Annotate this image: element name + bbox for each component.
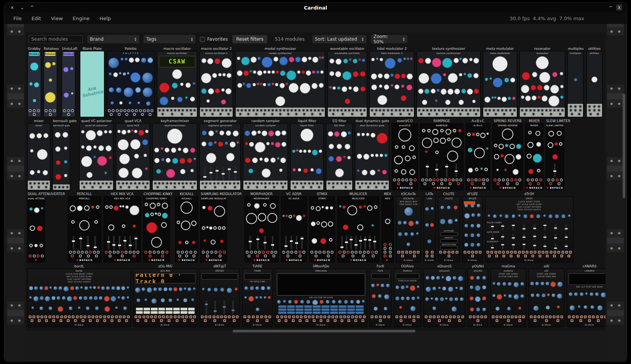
module-card[interactable]: random samplerrandom sampler [243, 119, 288, 190]
module-card[interactable]: tidal modulator 2tidal modulator 2 [370, 47, 414, 117]
knob-graphic [251, 130, 257, 136]
pin-icon[interactable]: ^ [609, 5, 612, 10]
module-card[interactable]: segment generatorsegment generator [200, 119, 240, 190]
module-card[interactable]: texture synthesizertexture synthesizer [417, 47, 480, 117]
knob-graphic [162, 213, 168, 219]
tags-dropdown[interactable]: Tags [144, 35, 195, 43]
vertical-scrollbar[interactable] [623, 94, 625, 198]
module-card[interactable]: SAMPLING MODULATORSAMPLING MODULATORBEFA… [201, 192, 241, 262]
panel-title: oAï [529, 269, 564, 273]
slider-graphic [264, 236, 266, 250]
module-card[interactable]: SLEW LIMITERSLEW LIMITERBEFACO [546, 119, 570, 190]
module-card[interactable]: bordLbordLCLOCK RUN RESET STEPSKEY SCALE… [28, 264, 131, 327]
module-card[interactable]: zOù MAïzOù MAïPattern 0 · Track 0bidoo [134, 264, 197, 327]
module-card[interactable]: CHOPPING KINKYCHOPPING KINKYBEFACO [144, 192, 173, 262]
module-card[interactable]: dIKT@TdIKT@Tbidoo [200, 264, 240, 327]
menu-item-view[interactable]: View [51, 16, 63, 21]
knob-graphic [218, 73, 222, 76]
menu-item-edit[interactable]: Edit [32, 16, 41, 21]
jack-graphic [409, 251, 412, 254]
module-card[interactable]: MORPHADERMORPHADERBEFACO [245, 192, 278, 262]
module-card[interactable]: resonatorresonator [520, 47, 565, 117]
module-card[interactable]: dTrOYdTrOYCLOCK RESET STEPSKEY SCALE GAT… [486, 192, 573, 262]
search-input[interactable] [29, 35, 83, 43]
module-card[interactable]: bernoulli gatebernoulli gate [53, 119, 77, 190]
module-card[interactable]: liquid filterliquid filter [291, 119, 323, 190]
jack-graphic [486, 251, 489, 254]
knob-graphic [93, 145, 97, 149]
module-card[interactable]: wavetable oscillatorwavetable oscillator [328, 47, 367, 117]
module-card[interactable]: meta modulatormeta modulator [483, 47, 517, 117]
knob-graphic [86, 130, 96, 140]
jack-graphic [557, 109, 560, 112]
module-card[interactable]: GrabbyGrabby [28, 47, 41, 117]
menu-item-file[interactable]: File [13, 16, 22, 21]
knob-graphic [262, 57, 273, 68]
chevron-up-icon[interactable]: ^ [30, 5, 34, 10]
panel-title: UnduLaR [63, 52, 74, 56]
menu-item-help[interactable]: Help [99, 16, 111, 21]
close-icon[interactable]: × [10, 5, 14, 10]
module-card[interactable]: DUAL ATTENUVERTERDUAL ATTENUVERTERBEFACO [28, 192, 65, 262]
module-card[interactable]: dual dynamics gatedual dynamics gate [355, 119, 389, 190]
module-card[interactable]: A+B+CA+B+CBEFACO [466, 119, 490, 190]
module-card[interactable]: mixermixer [28, 119, 50, 190]
module-card[interactable]: dFUZEdFUZEbidoo [463, 192, 482, 262]
module-card[interactable]: Blank PlateAria Salvatrice [80, 47, 104, 117]
module-card[interactable]: UnduLaRUnduLaR [62, 47, 78, 117]
brand-dropdown[interactable]: Brand [87, 35, 139, 43]
module-card[interactable]: quad VCAquad VCA [116, 119, 150, 190]
module-card[interactable]: quad VC-polarizerquad VC-polarizer [80, 119, 113, 190]
slider-graphic [119, 236, 120, 250]
knob-graphic [33, 296, 39, 302]
module-card[interactable]: ChUTEChUTEALTITUDEGRAVITYRESTITUTIONbido… [438, 192, 460, 262]
jack-graphic [97, 182, 100, 185]
chevron-down-icon[interactable]: ⌄ [20, 5, 24, 10]
module-card[interactable]: STMIXSTMIXBEFACO [310, 192, 335, 262]
module-card[interactable]: multiplesmultiples [568, 47, 583, 117]
module-card[interactable]: liMonADeliMonADeUNI I/O FINE FM SCANbido… [275, 264, 367, 327]
horizontal-scrollbar[interactable] [233, 330, 415, 332]
jack-graphic [189, 315, 192, 318]
module-card[interactable]: MEXMEXBEFACO [382, 192, 393, 262]
module-card[interactable]: EQ filterEQ filter [326, 119, 352, 190]
module-card[interactable]: PERCALLPERCALLBEFACO [68, 192, 101, 262]
sort-dropdown[interactable]: Sort: Last updated [312, 35, 366, 43]
module-card[interactable]: macro oscillatormacro oscillatorCSAW [157, 47, 197, 117]
module-card[interactable]: utilitiesutilities [587, 47, 602, 117]
module-card[interactable]: OUAIveOUAIveTYPE PLAY MODEbidoo [394, 264, 421, 327]
module-card[interactable]: eDsaroSeDsaroSbidoo [424, 264, 465, 327]
module-card[interactable]: evenVCOevenVCOBEFACO [392, 119, 417, 190]
module-card[interactable]: macro oscillator 2macro oscillator 2 [200, 47, 233, 117]
module-card[interactable]: MUXLICERMUXLICERBEFACO [338, 192, 379, 262]
menu-item-engine[interactable]: Engine [73, 16, 90, 21]
favorites-checkbox[interactable] [200, 37, 205, 42]
module-card[interactable]: KICKALLKICKALLBEFACO [176, 192, 198, 262]
jack-graphic [511, 113, 514, 116]
module-card[interactable]: TiARETiAREFM FREQ FINEbidoo [243, 264, 272, 327]
module-card[interactable]: MIXERMIXERBEFACO [526, 119, 543, 190]
module-card[interactable]: tOCAnTetOCAnTeBPM BEATS BARFINE RESET RU… [396, 192, 421, 262]
module-card[interactable]: pOùNdpOùNdbidoo [468, 264, 488, 327]
jack-graphic [315, 254, 318, 258]
module-card[interactable]: modal synthesizermodal synthesizer [236, 47, 325, 117]
module-card[interactable]: SPRING REVERBSPRING REVERBBEFACO [493, 119, 522, 190]
slider-graphic [301, 236, 303, 250]
module-card[interactable]: PaletteP A L E T T E [107, 47, 154, 117]
module-card[interactable]: RotatoesRotatoes [44, 47, 59, 117]
module-card[interactable]: maGmamaGmaSTART LEN SPEEDFLYTHR FREQ RES… [491, 264, 526, 327]
jack-graphic [584, 315, 587, 318]
module-card[interactable]: HEX MIX VCAHEX MIX VCABEFACO [104, 192, 141, 262]
module-card[interactable]: LATeLATebidoo [424, 192, 435, 262]
module-card[interactable]: ForKForKbidoo [370, 264, 391, 327]
module-card[interactable]: oAïoAïSTART LEN SPEEDFLYTHR FREQ RESbido… [529, 264, 564, 327]
module-card[interactable]: RAMPAGERAMPAGEBEFACO [420, 119, 463, 190]
reset-filters-button[interactable]: Reset filters [232, 35, 267, 43]
module-card[interactable]: VC ADSRVC ADSRBEFACO [281, 192, 307, 262]
tray-x-icon[interactable]: X [616, 5, 622, 11]
module-card[interactable]: keyframer/mixerkeyframer/mixer [153, 119, 197, 190]
pad-button [144, 308, 150, 310]
module-card[interactable]: cANARdcANARdREC G/T STRT LEN READbidoo [567, 264, 605, 327]
zoom-dropdown[interactable]: Zoom: 50% [371, 35, 407, 43]
knob-graphic [432, 58, 441, 67]
